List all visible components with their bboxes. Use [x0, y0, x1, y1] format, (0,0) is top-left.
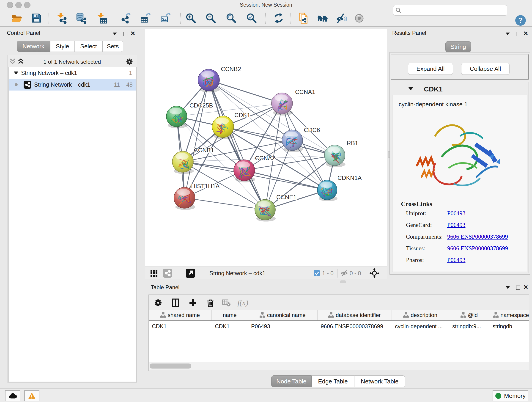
tab-node-table[interactable]: Node Table — [271, 375, 312, 387]
help-button[interactable]: ? — [515, 15, 526, 27]
search-input[interactable] — [403, 6, 505, 15]
import-database-icon[interactable] — [75, 12, 87, 24]
export-image-icon[interactable] — [159, 12, 171, 24]
tab-network-table[interactable]: Network Table — [354, 375, 405, 387]
hide-selected-icon[interactable] — [335, 12, 347, 24]
column-header-shared-name[interactable]: shared name — [149, 310, 212, 320]
tab-edge-table[interactable]: Edge Table — [312, 375, 354, 387]
expand-all-button[interactable]: Expand All — [408, 63, 453, 75]
cell-shared-name[interactable]: CDK1 — [149, 323, 212, 330]
control-panel-float-icon[interactable] — [123, 32, 129, 37]
node-RB1[interactable]: RB1 — [324, 140, 358, 167]
network-collection-row[interactable]: String Network – cdk1 1 — [9, 67, 136, 79]
expand-all-networks-icon[interactable] — [17, 58, 24, 65]
zoom-selected-icon[interactable] — [246, 12, 258, 24]
show-columns-icon[interactable] — [170, 297, 181, 308]
open-file-icon[interactable] — [11, 12, 22, 24]
open-in-new-window-icon[interactable] — [186, 269, 195, 278]
memory-button[interactable]: Memory — [493, 390, 528, 401]
cell-@id[interactable]: stringdb:9... — [449, 323, 489, 330]
cell-namespace[interactable]: stringdb — [489, 323, 529, 330]
protein-section-expander-icon[interactable] — [408, 87, 413, 90]
edge-HIST1H1A-CCNE1[interactable] — [184, 198, 265, 210]
results-panel-close-icon[interactable]: ✕ — [523, 31, 529, 36]
column-header-@id[interactable]: @id — [449, 310, 489, 320]
save-session-icon[interactable] — [30, 12, 42, 24]
column-header-namespace[interactable]: namespace — [489, 310, 529, 320]
cell-canonical-name[interactable]: P06493 — [248, 323, 317, 330]
export-network-icon[interactable] — [119, 12, 131, 24]
crosslink-label: Pharos: — [406, 257, 447, 264]
tab-string[interactable]: String — [445, 41, 471, 52]
edge-CCNB2-CCNE1[interactable] — [209, 80, 265, 210]
search-icon — [396, 7, 401, 13]
add-column-icon[interactable] — [187, 297, 199, 308]
table-panel-menu-icon[interactable] — [506, 286, 512, 291]
cell-database-identifier[interactable]: 9606.ENSP00000378699 — [317, 323, 392, 330]
houses-icon[interactable] — [317, 12, 328, 24]
table-horizontal-scrollbar[interactable] — [149, 362, 529, 370]
tab-network[interactable]: Network — [17, 41, 50, 52]
import-table-icon[interactable] — [96, 12, 108, 24]
zoom-out-icon[interactable] — [205, 12, 217, 24]
toolbar-separator — [114, 13, 114, 24]
import-network-icon[interactable] — [56, 12, 68, 24]
column-header-canonical-name[interactable]: canonical name — [248, 310, 317, 320]
warnings-button[interactable] — [24, 390, 39, 401]
protein-name: CDK1 — [424, 85, 443, 93]
grid-view-icon[interactable] — [150, 269, 158, 277]
cell-description[interactable]: cyclin-dependent ... — [392, 323, 449, 330]
results-panel-menu-icon[interactable] — [506, 32, 512, 38]
delete-table-icon[interactable] — [221, 297, 232, 308]
export-table-icon[interactable] — [139, 12, 152, 24]
table-row[interactable]: CDK1CDK1P064939606.ENSP00000378699cyclin… — [149, 321, 529, 332]
function-builder-icon[interactable]: f(x) — [237, 297, 249, 308]
collapse-all-networks-icon[interactable] — [9, 58, 16, 65]
tab-style[interactable]: Style — [50, 41, 75, 52]
network-canvas[interactable]: CCNB2CCNA1CDC25BCDK1CDC6RB1CCNB1CCNA2CDK… — [145, 29, 387, 267]
table-panel-float-icon[interactable] — [516, 286, 522, 291]
crosslink-value-link[interactable]: P06493 — [447, 257, 465, 264]
column-header-description[interactable]: description — [392, 310, 449, 320]
control-panel-close-icon[interactable]: ✕ — [130, 31, 136, 36]
crosslink-value-link[interactable]: P06493 — [447, 222, 465, 229]
tab-select[interactable]: Select — [75, 41, 102, 52]
birds-eye-share-icon[interactable] — [163, 269, 172, 278]
node-CDKN1A[interactable]: CDKN1A — [317, 174, 362, 201]
node-CDC25B[interactable]: CDC25B — [166, 102, 213, 128]
results-panel-float-icon[interactable] — [516, 32, 522, 37]
scrollbar-thumb[interactable] — [150, 364, 191, 369]
tab-sets[interactable]: Sets — [102, 41, 123, 52]
node-CCNA1[interactable]: CCNA1 — [272, 89, 315, 115]
node-CCNB1[interactable]: CCNB1 — [172, 147, 214, 174]
node-CCNE1[interactable]: CCNE1 — [255, 194, 297, 222]
zoom-fit-icon[interactable] — [225, 12, 237, 24]
crosslink-value-link[interactable]: P06493 — [447, 210, 465, 217]
edge-CCNB2-CCNA1[interactable] — [209, 80, 282, 103]
delete-column-icon[interactable] — [205, 297, 216, 308]
show-all-icon[interactable] — [353, 12, 365, 24]
collection-expander-icon[interactable] — [14, 71, 18, 75]
first-neighbors-icon[interactable] — [298, 12, 310, 24]
table-header-row: shared namenamecanonical namedatabase id… — [149, 310, 529, 321]
network-options-gear-icon[interactable] — [125, 57, 134, 66]
control-panel-menu-icon[interactable] — [113, 32, 119, 38]
node-HIST1H1A[interactable]: HIST1H1A — [174, 183, 220, 210]
edge-CCNA2-CDKN1A[interactable] — [244, 170, 327, 190]
cell-name[interactable]: CDK1 — [212, 323, 248, 330]
crosslink-value-link[interactable]: 9606.ENSP00000378699 — [447, 245, 508, 252]
crosslink-value-link[interactable]: 9606.ENSP00000378699 — [447, 233, 508, 240]
table-panel-close-icon[interactable]: ✕ — [523, 285, 529, 290]
hidden-eye-icon[interactable] — [340, 270, 348, 277]
refresh-icon[interactable] — [273, 12, 285, 24]
column-header-database-identifier[interactable]: database identifier — [317, 310, 392, 320]
column-header-name[interactable]: name — [212, 310, 248, 320]
horizontal-splitter-grip[interactable] — [340, 281, 346, 283]
table-options-gear-icon[interactable] — [152, 297, 164, 308]
selected-checkbox-icon[interactable] — [314, 270, 320, 276]
network-row-selected[interactable]: String Network – cdk1 11 48 — [9, 79, 136, 90]
zoom-in-icon[interactable] — [185, 12, 197, 24]
fit-selection-crosshair-icon[interactable] — [369, 268, 380, 278]
cloud-status-button[interactable] — [5, 390, 20, 401]
collapse-all-button[interactable]: Collapse All — [461, 63, 510, 75]
